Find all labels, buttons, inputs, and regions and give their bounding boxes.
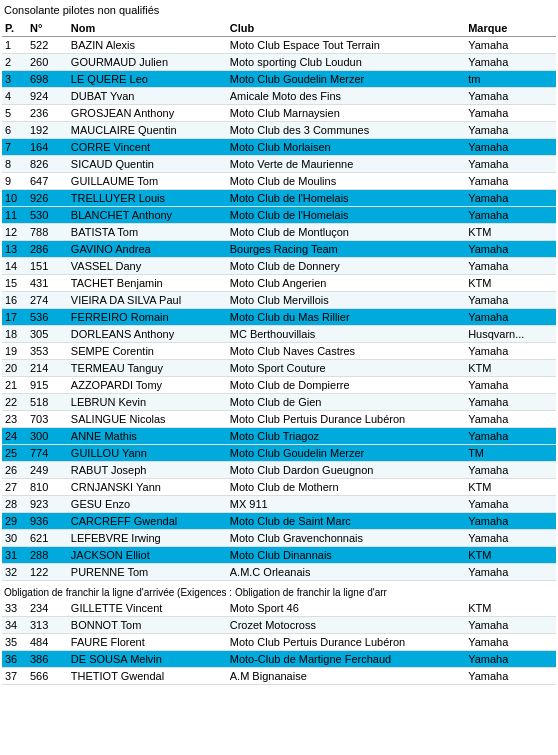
cell-nom: LE QUERE Leo <box>68 71 227 88</box>
cell-club: A.M Bignanaise <box>227 668 465 685</box>
cell-n: 530 <box>27 207 68 224</box>
table-row: 36 386 DE SOUSA Melvin Moto-Club de Mart… <box>2 651 556 668</box>
table-row: 8 826 SICAUD Quentin Moto Verte de Mauri… <box>2 156 556 173</box>
cell-n: 236 <box>27 105 68 122</box>
cell-marque: Yamaha <box>465 651 556 668</box>
cell-p: 28 <box>2 496 27 513</box>
table-row: 15 431 TACHET Benjamin Moto Club Angerie… <box>2 275 556 292</box>
cell-p: 10 <box>2 190 27 207</box>
cell-marque: Yamaha <box>465 207 556 224</box>
table-row: 26 249 RABUT Joseph Moto Club Dardon Gue… <box>2 462 556 479</box>
cell-marque: Yamaha <box>465 617 556 634</box>
cell-club: Moto Club Triagoz <box>227 428 465 445</box>
cell-n: 164 <box>27 139 68 156</box>
cell-n: 774 <box>27 445 68 462</box>
cell-marque: Yamaha <box>465 394 556 411</box>
cell-nom: DE SOUSA Melvin <box>68 651 227 668</box>
main-table: P. N° Nom Club Marque 1 522 BAZIN Alexis… <box>2 20 556 581</box>
cell-marque: Yamaha <box>465 634 556 651</box>
cell-marque: Yamaha <box>465 54 556 71</box>
cell-p: 31 <box>2 547 27 564</box>
cell-club: Moto Club Goudelin Merzer <box>227 445 465 462</box>
cell-n: 703 <box>27 411 68 428</box>
cell-n: 192 <box>27 122 68 139</box>
table-row: 25 774 GUILLOU Yann Moto Club Goudelin M… <box>2 445 556 462</box>
cell-p: 27 <box>2 479 27 496</box>
cell-n: 926 <box>27 190 68 207</box>
cell-club: Moto Club des 3 Communes <box>227 122 465 139</box>
table-row: 9 647 GUILLAUME Tom Moto Club de Moulins… <box>2 173 556 190</box>
cell-p: 12 <box>2 224 27 241</box>
cell-club: Moto Club de Dompierre <box>227 377 465 394</box>
cell-n: 647 <box>27 173 68 190</box>
cell-n: 484 <box>27 634 68 651</box>
cell-marque: Yamaha <box>465 564 556 581</box>
cell-marque: Yamaha <box>465 122 556 139</box>
cell-club: Moto Sport 46 <box>227 600 465 617</box>
header-p: P. <box>2 20 27 37</box>
table-row: 22 518 LEBRUN Kevin Moto Club de Gien Ya… <box>2 394 556 411</box>
table-row: 5 236 GROSJEAN Anthony Moto Club Marnays… <box>2 105 556 122</box>
cell-nom: TACHET Benjamin <box>68 275 227 292</box>
cell-nom: THETIOT Gwendal <box>68 668 227 685</box>
cell-n: 214 <box>27 360 68 377</box>
cell-n: 826 <box>27 156 68 173</box>
cell-marque: KTM <box>465 479 556 496</box>
table-row: 6 192 MAUCLAIRE Quentin Moto Club des 3 … <box>2 122 556 139</box>
cell-n: 788 <box>27 224 68 241</box>
table-row: 28 923 GESU Enzo MX 911 Yamaha <box>2 496 556 513</box>
cell-club: MX 911 <box>227 496 465 513</box>
cell-nom: GROSJEAN Anthony <box>68 105 227 122</box>
table-row: 34 313 BONNOT Tom Crozet Motocross Yamah… <box>2 617 556 634</box>
cell-nom: FERREIRO Romain <box>68 309 227 326</box>
cell-marque: Yamaha <box>465 377 556 394</box>
cell-p: 14 <box>2 258 27 275</box>
cell-marque: Yamaha <box>465 258 556 275</box>
header-n: N° <box>27 20 68 37</box>
cell-p: 21 <box>2 377 27 394</box>
cell-p: 35 <box>2 634 27 651</box>
cell-nom: GOURMAUD Julien <box>68 54 227 71</box>
cell-p: 25 <box>2 445 27 462</box>
cell-nom: CORRE Vincent <box>68 139 227 156</box>
cell-p: 36 <box>2 651 27 668</box>
table-row: 14 151 VASSEL Dany Moto Club de Donnery … <box>2 258 556 275</box>
cell-n: 122 <box>27 564 68 581</box>
cell-p: 6 <box>2 122 27 139</box>
section-title: Consolante pilotes non qualifiés <box>2 4 556 16</box>
cell-nom: GILLETTE Vincent <box>68 600 227 617</box>
cell-n: 518 <box>27 394 68 411</box>
cell-nom: FAURE Florent <box>68 634 227 651</box>
cell-n: 386 <box>27 651 68 668</box>
cell-nom: JACKSON Elliot <box>68 547 227 564</box>
cell-nom: LEBRUN Kevin <box>68 394 227 411</box>
cell-n: 305 <box>27 326 68 343</box>
table-row: 21 915 AZZOPARDI Tomy Moto Club de Dompi… <box>2 377 556 394</box>
cell-marque: Yamaha <box>465 37 556 54</box>
table-row: 19 353 SEMPE Corentin Moto Club Naves Ca… <box>2 343 556 360</box>
cell-p: 15 <box>2 275 27 292</box>
table-row: 2 260 GOURMAUD Julien Moto sporting Club… <box>2 54 556 71</box>
cell-club: Moto-Club de Martigne Ferchaud <box>227 651 465 668</box>
cell-club: Moto Club de l'Homelais <box>227 190 465 207</box>
cell-nom: VASSEL Dany <box>68 258 227 275</box>
cell-p: 9 <box>2 173 27 190</box>
cell-club: Moto Club de Gien <box>227 394 465 411</box>
cell-marque: Yamaha <box>465 292 556 309</box>
cell-nom: CRNJANSKI Yann <box>68 479 227 496</box>
cell-p: 1 <box>2 37 27 54</box>
cell-p: 18 <box>2 326 27 343</box>
cell-n: 288 <box>27 547 68 564</box>
cell-club: Moto Club Goudelin Merzer <box>227 71 465 88</box>
cell-marque: KTM <box>465 547 556 564</box>
header-nom: Nom <box>68 20 227 37</box>
table-row: 13 286 GAVINO Andrea Bourges Racing Team… <box>2 241 556 258</box>
cell-n: 300 <box>27 428 68 445</box>
cell-n: 924 <box>27 88 68 105</box>
cell-n: 249 <box>27 462 68 479</box>
cell-club: Moto Club Dardon Gueugnon <box>227 462 465 479</box>
table-row: 32 122 PURENNE Tom A.M.C Orleanais Yamah… <box>2 564 556 581</box>
cell-nom: SEMPE Corentin <box>68 343 227 360</box>
cell-nom: TERMEAU Tanguy <box>68 360 227 377</box>
table-row: 35 484 FAURE Florent Moto Club Pertuis D… <box>2 634 556 651</box>
